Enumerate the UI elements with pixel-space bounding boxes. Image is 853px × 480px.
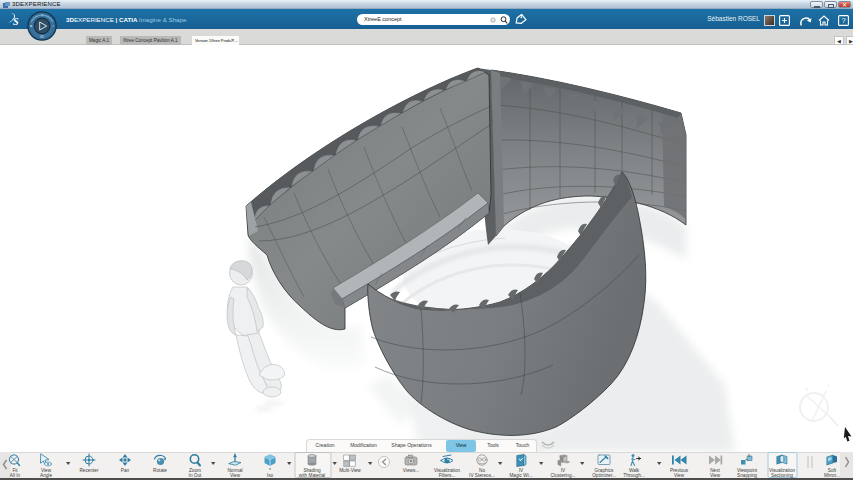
svg-text:Magic Wi...: Magic Wi...	[509, 473, 532, 478]
svg-text:View: View	[230, 473, 241, 478]
svg-text:*: *	[269, 468, 271, 473]
svg-text:Normal: Normal	[227, 468, 242, 473]
svg-text:View: View	[674, 473, 685, 478]
svg-text:Optimizer...: Optimizer...	[592, 473, 616, 478]
svg-text:Shading: Shading	[303, 468, 321, 473]
svg-text:S: S	[13, 16, 19, 27]
svg-text:Clustering...: Clustering...	[550, 473, 575, 478]
svg-text:►: ►	[52, 24, 55, 28]
svg-text:with Material: with Material	[299, 473, 325, 478]
svg-text:Angle: Angle	[40, 473, 52, 478]
svg-text:Next: Next	[710, 468, 720, 473]
svg-text:No: No	[479, 468, 485, 473]
svg-text:Through...: Through...	[623, 473, 644, 478]
svg-text:All In: All In	[10, 473, 21, 478]
svg-text:In Out: In Out	[189, 473, 202, 478]
svg-text:View: View	[41, 468, 52, 473]
svg-text:Walk: Walk	[629, 468, 640, 473]
svg-text:3D: 3D	[40, 35, 45, 39]
svg-text:Fit: Fit	[12, 468, 18, 473]
svg-text:Soft: Soft	[828, 468, 837, 473]
svg-text:Recenter: Recenter	[79, 468, 98, 473]
svg-text:Pan: Pan	[121, 468, 130, 473]
svg-text:Previous: Previous	[670, 468, 689, 473]
svg-text:Snapping: Snapping	[737, 473, 757, 478]
svg-text:IV: IV	[561, 468, 566, 473]
svg-text:View: View	[710, 473, 721, 478]
svg-text:Filters...: Filters...	[439, 473, 456, 478]
svg-text:Mirror...: Mirror...	[824, 473, 840, 478]
svg-text:Multi-View: Multi-View	[339, 468, 361, 473]
svg-text:?: ?	[41, 14, 43, 18]
svg-text:Visualization: Visualization	[434, 468, 461, 473]
svg-text:Graphics: Graphics	[595, 468, 614, 473]
svg-text:Iso: Iso	[267, 473, 274, 478]
svg-text:Zoom: Zoom	[189, 468, 201, 473]
svg-text:?: ?	[841, 16, 845, 25]
svg-text:Views...: Views...	[403, 468, 419, 473]
svg-text:Viewpoint: Viewpoint	[737, 468, 758, 473]
svg-text:IV Stereos...: IV Stereos...	[469, 473, 495, 478]
svg-text:Visualization: Visualization	[769, 468, 796, 473]
svg-text:◄: ◄	[29, 24, 32, 28]
svg-text:IV: IV	[519, 468, 524, 473]
svg-text:Sectioning: Sectioning	[771, 473, 793, 478]
svg-text:Rotate: Rotate	[153, 468, 167, 473]
